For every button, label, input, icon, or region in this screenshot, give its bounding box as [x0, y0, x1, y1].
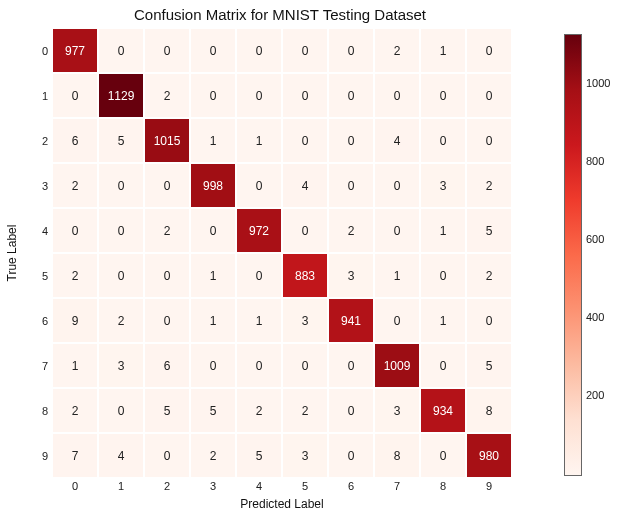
- heatmap-cell: 0: [144, 433, 190, 478]
- colorbar-tick: 1000: [586, 77, 610, 89]
- heatmap-cell: 0: [190, 73, 236, 118]
- heatmap-cell: 0: [420, 118, 466, 163]
- heatmap-cell: 0: [52, 73, 98, 118]
- heatmap-cell: 6: [144, 343, 190, 388]
- heatmap-cell: 2: [236, 388, 282, 433]
- y-tick: 1: [30, 73, 48, 118]
- colorbar-ticks: 2004006008001000: [586, 34, 620, 474]
- heatmap-cell: 1: [420, 298, 466, 343]
- heatmap-cell: 1015: [144, 118, 190, 163]
- y-tick: 2: [30, 118, 48, 163]
- y-tick: 9: [30, 433, 48, 478]
- y-tick: 5: [30, 253, 48, 298]
- x-tick: 1: [98, 480, 144, 496]
- y-tick: 3: [30, 163, 48, 208]
- heatmap-cell: 1: [190, 118, 236, 163]
- heatmap-cell: 0: [98, 28, 144, 73]
- heatmap-cell: 0: [236, 343, 282, 388]
- x-tick: 6: [328, 480, 374, 496]
- heatmap-cell: 0: [282, 208, 328, 253]
- heatmap-cell: 6: [52, 118, 98, 163]
- heatmap-cell: 2: [144, 73, 190, 118]
- heatmap-cell: 3: [282, 433, 328, 478]
- heatmap-cell: 0: [328, 28, 374, 73]
- heatmap-grid: 9770000002100112920000000651015110040020…: [52, 28, 512, 478]
- heatmap-cell: 0: [420, 343, 466, 388]
- y-tick: 0: [30, 28, 48, 73]
- x-tick: 4: [236, 480, 282, 496]
- heatmap-cell: 1: [374, 253, 420, 298]
- heatmap-cell: 5: [466, 343, 512, 388]
- heatmap-cell: 0: [98, 253, 144, 298]
- heatmap-cell: 3: [420, 163, 466, 208]
- heatmap-cell: 0: [52, 208, 98, 253]
- y-tick: 4: [30, 208, 48, 253]
- colorbar-tick: 600: [586, 233, 604, 245]
- heatmap-cell: 3: [98, 343, 144, 388]
- y-tick: 7: [30, 343, 48, 388]
- heatmap-cell: 0: [374, 208, 420, 253]
- heatmap-cell: 5: [236, 433, 282, 478]
- heatmap-cell: 2: [190, 433, 236, 478]
- heatmap-cell: 0: [282, 73, 328, 118]
- x-tick: 7: [374, 480, 420, 496]
- heatmap-cell: 2: [466, 163, 512, 208]
- heatmap-cell: 0: [328, 343, 374, 388]
- heatmap-cell: 0: [190, 343, 236, 388]
- heatmap-cell: 0: [328, 73, 374, 118]
- x-tick: 5: [282, 480, 328, 496]
- heatmap-cell: 0: [374, 73, 420, 118]
- heatmap-cell: 7: [52, 433, 98, 478]
- heatmap-cell: 0: [236, 163, 282, 208]
- x-axis-ticks: 0123456789: [52, 480, 512, 496]
- heatmap-cell: 0: [144, 298, 190, 343]
- heatmap-cell: 0: [328, 163, 374, 208]
- heatmap-cell: 1: [236, 298, 282, 343]
- heatmap-cell: 2: [144, 208, 190, 253]
- heatmap-cell: 0: [374, 298, 420, 343]
- heatmap-cell: 5: [144, 388, 190, 433]
- heatmap-cell: 3: [282, 298, 328, 343]
- heatmap-cell: 2: [466, 253, 512, 298]
- colorbar-gradient: [565, 35, 581, 475]
- heatmap-cell: 2: [52, 253, 98, 298]
- heatmap-cell: 0: [144, 163, 190, 208]
- x-tick: 0: [52, 480, 98, 496]
- heatmap-cell: 1: [52, 343, 98, 388]
- heatmap-cell: 0: [190, 208, 236, 253]
- heatmap-cell: 9: [52, 298, 98, 343]
- heatmap-cell: 1129: [98, 73, 144, 118]
- heatmap-cell: 0: [466, 73, 512, 118]
- y-axis-ticks: 0123456789: [30, 28, 48, 478]
- heatmap-cell: 4: [282, 163, 328, 208]
- heatmap-cell: 998: [190, 163, 236, 208]
- heatmap-cell: 2: [52, 163, 98, 208]
- x-tick: 2: [144, 480, 190, 496]
- heatmap-cell: 8: [374, 433, 420, 478]
- colorbar-tick: 200: [586, 389, 604, 401]
- y-tick: 6: [30, 298, 48, 343]
- heatmap-cell: 0: [236, 28, 282, 73]
- heatmap-cell: 4: [98, 433, 144, 478]
- heatmap-cell: 3: [374, 388, 420, 433]
- heatmap-cell: 1: [420, 28, 466, 73]
- heatmap-cell: 0: [420, 433, 466, 478]
- heatmap-cell: 883: [282, 253, 328, 298]
- heatmap-cell: 5: [466, 208, 512, 253]
- heatmap-cell: 0: [190, 28, 236, 73]
- heatmap-cell: 980: [466, 433, 512, 478]
- colorbar: [564, 34, 582, 476]
- heatmap-cell: 1: [420, 208, 466, 253]
- heatmap-cell: 972: [236, 208, 282, 253]
- y-axis-label: True Label: [4, 28, 20, 478]
- x-tick: 8: [420, 480, 466, 496]
- heatmap-cell: 5: [190, 388, 236, 433]
- x-tick: 3: [190, 480, 236, 496]
- heatmap-cell: 0: [374, 163, 420, 208]
- heatmap-cell: 0: [328, 388, 374, 433]
- heatmap-cell: 1: [236, 118, 282, 163]
- heatmap-cell: 0: [144, 253, 190, 298]
- heatmap-cell: 5: [98, 118, 144, 163]
- chart-title: Confusion Matrix for MNIST Testing Datas…: [0, 6, 560, 23]
- heatmap-cell: 0: [236, 253, 282, 298]
